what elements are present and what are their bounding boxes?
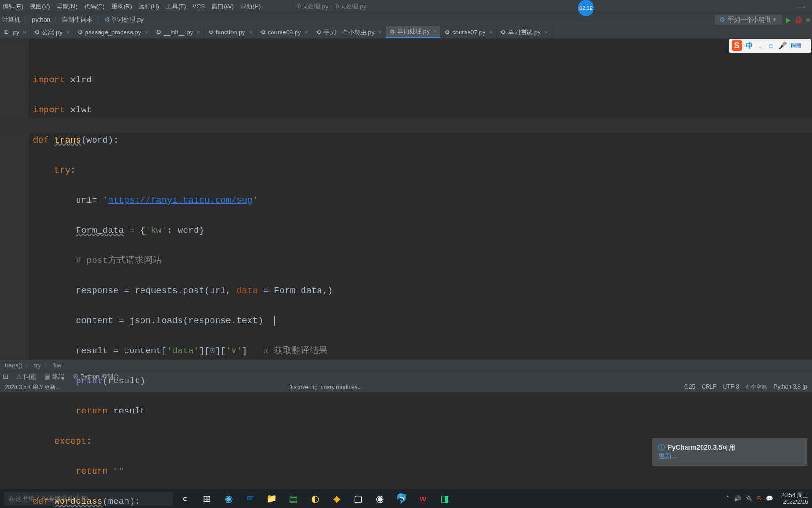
run-button[interactable]: ▶	[786, 16, 791, 24]
navigation-bar: 计算机〉 python〉 自制生词本〉 ⚙ 单词处理.py ⚙ 手刃一个小爬虫 …	[0, 13, 812, 26]
tray-network-icon[interactable]: 🔌	[746, 495, 753, 502]
system-tray[interactable]: ˄ 🔊 🔌 S 💬 20:54 周三 2022/2/16	[726, 492, 808, 505]
ime-keyboard-icon[interactable]: ⌨	[791, 41, 801, 50]
tray-volume-icon[interactable]: 🔊	[734, 495, 741, 502]
editor-tab[interactable]: ⚙.py×	[0, 26, 31, 38]
ime-mic-icon[interactable]: 🎤	[778, 41, 787, 50]
editor-tab[interactable]: ⚙course07.py×	[441, 26, 497, 38]
notification-title: PyCharm2020.3.5可用	[668, 444, 735, 452]
editor-tab[interactable]: ⚙__init__.py×	[152, 26, 204, 38]
chevron-down-icon: ▼	[773, 17, 777, 22]
close-icon[interactable]: ×	[378, 29, 382, 36]
window-title: 单词处理.py - 单词处理.py	[296, 2, 366, 11]
menu-bar: 编辑(E) 视图(V) 导航(N) 代码(C) 重构(R) 运行(U) 工具(T…	[0, 0, 812, 13]
code-area[interactable]: import xlrd import xlwt def trans(word):…	[28, 39, 600, 359]
caret-position[interactable]: 9:25	[684, 383, 695, 391]
close-icon[interactable]: ×	[66, 29, 70, 36]
current-line-highlight	[0, 118, 812, 133]
python-interpreter[interactable]: Python 3.8 (p	[774, 383, 807, 391]
line-separator[interactable]: CRLF	[702, 383, 716, 391]
sogou-logo-icon[interactable]: S	[732, 40, 742, 51]
code-editor[interactable]: 💡 import xlrd import xlwt def trans(word…	[0, 39, 812, 359]
menu-help[interactable]: 帮助(H)	[240, 2, 261, 11]
debug-button[interactable]: 🐞	[795, 16, 803, 24]
menu-edit[interactable]: 编辑(E)	[3, 2, 23, 11]
gutter[interactable]: 💡	[0, 39, 28, 359]
menu-refactor[interactable]: 重构(R)	[111, 2, 132, 11]
ime-emoji-icon[interactable]: ☺	[767, 42, 774, 50]
breadcrumb-item[interactable]: 单词处理.py	[111, 16, 143, 24]
run-config-label: 手刃一个小爬虫	[728, 16, 771, 24]
close-icon[interactable]: ×	[23, 29, 26, 36]
run-config-selector[interactable]: ⚙ 手刃一个小爬虫 ▼	[715, 15, 782, 25]
taskbar-clock[interactable]: 20:54 周三 2022/2/16	[781, 492, 808, 505]
menu-window[interactable]: 窗口(W)	[211, 2, 234, 11]
python-file-icon: ⚙	[104, 16, 110, 23]
file-encoding[interactable]: UTF-8	[723, 383, 739, 391]
close-icon[interactable]: ×	[433, 28, 437, 35]
close-icon[interactable]: ×	[545, 29, 548, 36]
notification-popup[interactable]: ⓘ PyCharm2020.3.5可用 更新...	[652, 438, 807, 466]
editor-tab-active[interactable]: ⚙单词处理.py×	[386, 26, 441, 38]
editor-tab[interactable]: ⚙公寓.py×	[31, 26, 73, 38]
tool-generic[interactable]: ⊡	[3, 373, 8, 380]
python-icon: ⚙	[719, 16, 725, 23]
ime-lang-indicator[interactable]: 中	[746, 41, 753, 50]
tray-chevron-up-icon[interactable]: ˄	[726, 495, 729, 502]
menu-tools[interactable]: 工具(T)	[166, 2, 186, 11]
tray-ime-icon[interactable]: S	[757, 495, 761, 502]
menu-run[interactable]: 运行(U)	[139, 2, 159, 11]
editor-tab[interactable]: ⚙passage_process.py×	[74, 26, 152, 38]
ime-toolbar[interactable]: S 中 ， ☺ 🎤 ⌨	[729, 39, 811, 53]
editor-tab[interactable]: ⚙手刃一个小爬虫.py×	[312, 26, 386, 38]
ime-punct-indicator[interactable]: ，	[757, 41, 764, 50]
tray-action-center-icon[interactable]: 💬	[766, 495, 773, 502]
close-icon[interactable]: ×	[145, 29, 148, 36]
breadcrumb-item[interactable]: trans()	[5, 362, 23, 369]
editor-tabs: ⚙.py× ⚙公寓.py× ⚙passage_process.py× ⚙__in…	[0, 26, 812, 39]
close-icon[interactable]: ×	[249, 29, 252, 36]
breadcrumb-item[interactable]: 自制生词本	[62, 16, 93, 24]
recording-timer-badge: 02:12	[578, 0, 594, 16]
close-icon[interactable]: ×	[489, 29, 492, 36]
close-icon[interactable]: ×	[197, 29, 200, 36]
breadcrumb-item[interactable]: 计算机	[2, 16, 20, 24]
info-icon: ⓘ	[658, 444, 665, 452]
menu-vcs[interactable]: VCS	[192, 3, 205, 10]
indent-setting[interactable]: 4 个空格	[746, 383, 767, 391]
notification-update-link[interactable]: 更新...	[658, 452, 677, 460]
minimize-button[interactable]: —	[793, 1, 809, 11]
breadcrumb-item[interactable]: python	[32, 16, 50, 23]
editor-tab[interactable]: ⚙function.py×	[204, 26, 257, 38]
menu-view[interactable]: 视图(V)	[30, 2, 50, 11]
stop-button[interactable]: ■	[806, 16, 810, 24]
editor-tab[interactable]: ⚙course08.py×	[257, 26, 312, 38]
menu-code[interactable]: 代码(C)	[84, 2, 105, 11]
close-icon[interactable]: ×	[305, 29, 308, 36]
menu-navigate[interactable]: 导航(N)	[57, 2, 78, 11]
editor-tab[interactable]: ⚙单词测试.py×	[497, 26, 552, 38]
